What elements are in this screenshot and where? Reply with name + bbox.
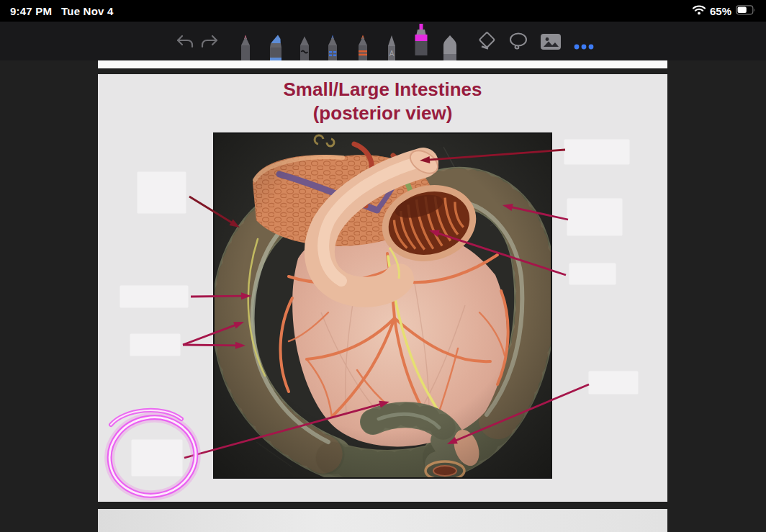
highlighter-pink-tool-selected[interactable] [413, 24, 430, 55]
shape-eraser-icon[interactable] [476, 32, 496, 50]
page-title-line2: (posterior view) [98, 102, 667, 125]
svg-text:A: A [389, 50, 395, 58]
label-box-right-middle[interactable] [567, 199, 622, 235]
wifi-icon [693, 5, 706, 17]
pen-orange-striped-tool[interactable] [355, 33, 371, 60]
more-options-button[interactable] [573, 43, 595, 50]
label-box-right-upper[interactable] [564, 140, 629, 164]
eraser-pen-tool[interactable] [441, 35, 459, 60]
label-box-left-upper[interactable] [138, 172, 186, 213]
toolbar: A [0, 22, 766, 60]
lasso-icon[interactable] [508, 32, 529, 50]
battery-icon [736, 5, 756, 17]
anatomy-photo [213, 132, 552, 479]
pen-black-tool[interactable] [297, 33, 312, 60]
label-box-bottom-left-circled[interactable] [132, 440, 182, 476]
note-page: Small/Large Intestines (posterior view) [98, 74, 667, 502]
battery-percent: 65% [710, 5, 731, 17]
redo-button[interactable] [200, 35, 219, 50]
pen-pink-tool[interactable] [238, 33, 253, 60]
label-box-left-lower[interactable] [130, 334, 180, 356]
previous-page-edge [98, 60, 667, 68]
status-bar: 9:47 PM Tue Nov 4 65% [0, 0, 766, 22]
highlighter-blue-tool[interactable] [267, 33, 284, 60]
page-title: Small/Large Intestines (posterior view) [98, 78, 667, 125]
label-box-left-middle[interactable] [120, 286, 188, 307]
clock-date: Tue Nov 4 [61, 5, 113, 17]
note-canvas[interactable]: Small/Large Intestines (posterior view) [0, 60, 766, 532]
pen-blue-dashed-tool[interactable] [325, 33, 341, 60]
media-image-icon[interactable] [540, 33, 562, 50]
undo-button[interactable] [176, 35, 194, 50]
label-box-right-lower[interactable] [569, 263, 616, 284]
clock-time: 9:47 PM [10, 5, 52, 17]
next-page-edge [98, 509, 667, 532]
label-box-bottom-right[interactable] [589, 371, 638, 394]
page-title-line1: Small/Large Intestines [98, 78, 667, 102]
text-pencil-tool[interactable]: A [384, 33, 400, 60]
